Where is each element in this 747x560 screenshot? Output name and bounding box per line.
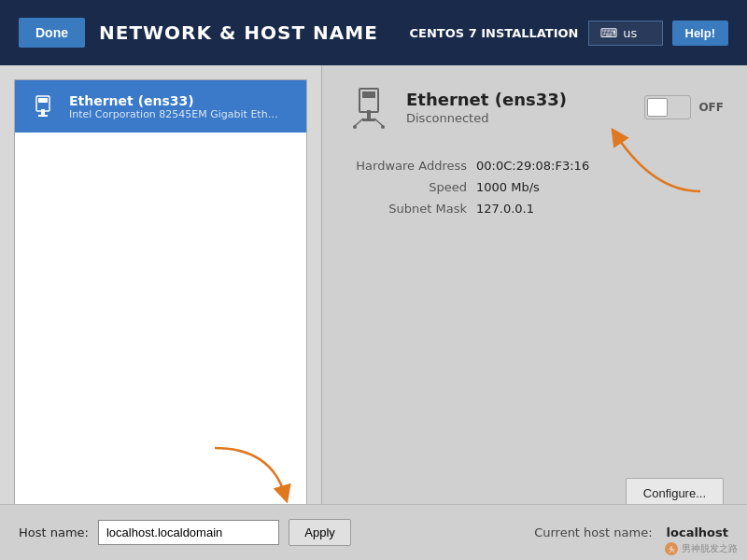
- eth-icon-large: [345, 84, 392, 131]
- speed-row: Speed 1000 Mb/s: [345, 180, 724, 194]
- lang-label: us: [623, 26, 637, 40]
- toggle-container: OFF: [644, 95, 724, 119]
- eth-name: Ethernet (ens33): [406, 90, 567, 109]
- apply-button[interactable]: Apply: [289, 519, 351, 546]
- hardware-row: Hardware Address 00:0C:29:08:F3:16: [345, 159, 724, 173]
- speed-key: Speed: [345, 180, 476, 194]
- header: Done NETWORK & HOST NAME CENTOS 7 INSTAL…: [0, 0, 747, 65]
- interface-list: Ethernet (ens33) Intel Corporation 82545…: [14, 79, 307, 519]
- centos-label: CENTOS 7 INSTALLATION: [410, 26, 579, 40]
- done-button[interactable]: Done: [19, 18, 85, 48]
- svg-line-13: [374, 119, 383, 126]
- svg-rect-1: [38, 98, 41, 103]
- language-selector[interactable]: ⌨ us: [588, 21, 663, 46]
- svg-rect-9: [366, 91, 372, 98]
- header-right: CENTOS 7 INSTALLATION ⌨ us Help!: [410, 21, 728, 46]
- hostname-input[interactable]: [98, 520, 279, 545]
- eth-toggle[interactable]: [644, 95, 691, 119]
- interface-desc: Intel Corporation 82545EM Gigabit Ethern…: [69, 108, 284, 120]
- svg-rect-5: [38, 115, 48, 117]
- eth-text-info: Ethernet (ens33) Disconnected: [406, 90, 567, 125]
- keyboard-icon: ⌨: [600, 26, 618, 40]
- svg-rect-3: [41, 98, 45, 103]
- eth-status: Disconnected: [406, 111, 567, 125]
- interface-info: Ethernet (ens33) Intel Corporation 82545…: [69, 93, 295, 120]
- page-title: NETWORK & HOST NAME: [99, 21, 378, 44]
- eth-info: Ethernet (ens33) Disconnected: [345, 84, 567, 131]
- toggle-knob: [647, 98, 668, 117]
- svg-line-12: [355, 119, 363, 126]
- hostname-label: Host name:: [19, 525, 89, 539]
- hardware-key: Hardware Address: [345, 159, 476, 173]
- speed-value: 1000 Mb/s: [476, 180, 540, 194]
- hardware-value: 00:0C:29:08:F3:16: [476, 159, 589, 173]
- subnet-key: Subnet Mask: [345, 202, 476, 216]
- eth-header: Ethernet (ens33) Disconnected OFF: [345, 84, 724, 131]
- watermark-text: 男神脱发之路: [682, 542, 738, 555]
- ethernet-icon: [26, 90, 60, 123]
- svg-rect-10: [367, 110, 371, 119]
- subnet-row: Subnet Mask 127.0.0.1: [345, 202, 724, 216]
- svg-rect-11: [362, 119, 375, 121]
- toggle-off-label: OFF: [698, 101, 724, 114]
- interface-item[interactable]: Ethernet (ens33) Intel Corporation 82545…: [15, 80, 306, 133]
- svg-text:头: 头: [669, 546, 675, 553]
- current-hostname-label: Current host name:: [534, 525, 652, 539]
- subnet-value: 127.0.0.1: [476, 202, 534, 216]
- right-panel: Ethernet (ens33) Disconnected OFF: [322, 65, 747, 560]
- bottom-bar: Host name: Apply Current host name: loca…: [0, 504, 747, 560]
- help-button[interactable]: Help!: [672, 21, 729, 46]
- net-details: Hardware Address 00:0C:29:08:F3:16 Speed…: [345, 159, 724, 223]
- svg-point-14: [353, 125, 357, 129]
- current-hostname-value: localhost: [667, 525, 728, 539]
- svg-rect-2: [45, 98, 48, 103]
- left-panel: Ethernet (ens33) Intel Corporation 82545…: [0, 65, 322, 560]
- watermark: 头 男神脱发之路: [664, 541, 738, 556]
- interface-name: Ethernet (ens33): [69, 93, 295, 108]
- svg-point-15: [381, 125, 385, 129]
- watermark-icon: 头: [664, 541, 679, 556]
